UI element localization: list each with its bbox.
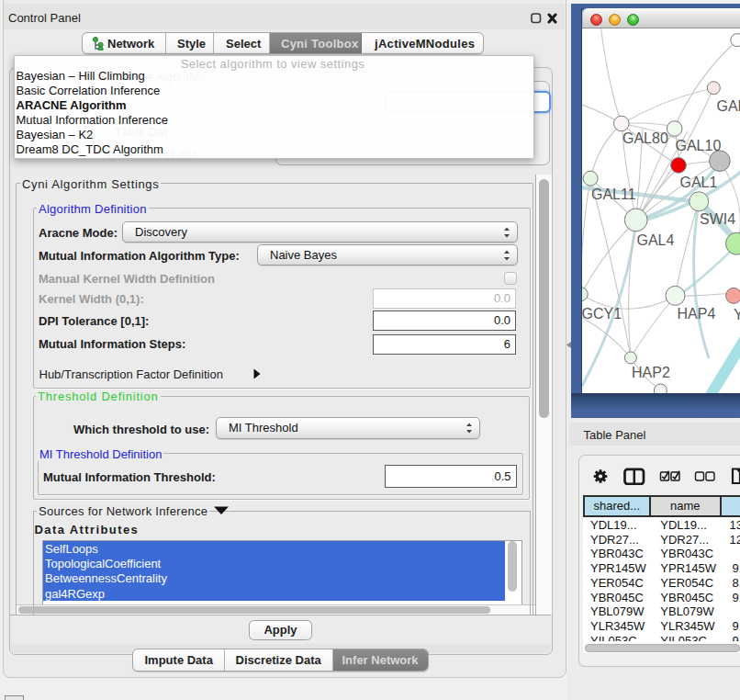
svg-text:Y: Y xyxy=(734,307,740,322)
svg-text:HAP4: HAP4 xyxy=(678,306,716,322)
svg-text:GCY1: GCY1 xyxy=(582,306,622,322)
svg-text:SWI4: SWI4 xyxy=(700,211,735,227)
svg-text:GAL4: GAL4 xyxy=(637,232,675,248)
svg-text:GAL80: GAL80 xyxy=(622,130,668,146)
svg-text:GAL7: GAL7 xyxy=(717,98,740,114)
svg-text:GAL11: GAL11 xyxy=(591,186,636,202)
svg-text:HAP2: HAP2 xyxy=(632,365,670,380)
svg-text:GAL1: GAL1 xyxy=(680,175,718,190)
svg-text:GAL10: GAL10 xyxy=(676,138,722,153)
